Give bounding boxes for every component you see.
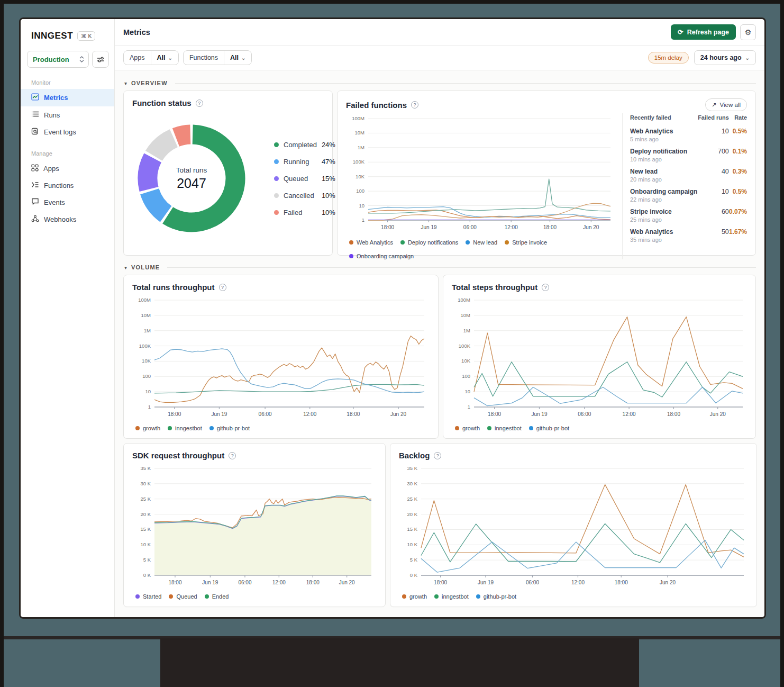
legend-item[interactable]: Ended — [205, 593, 229, 600]
legend-item[interactable]: github-pr-bot — [476, 593, 516, 600]
table-row[interactable]: Web Analytics5 mins ago100.5% — [630, 125, 747, 145]
legend-item[interactable]: growth — [402, 593, 427, 600]
legend-item[interactable]: Stripe invoice — [505, 239, 547, 246]
command-k-shortcut[interactable]: ⌘ K — [77, 31, 95, 41]
status-legend-item[interactable]: Cancelled10% — [274, 192, 335, 200]
webhook-nodes-icon — [31, 215, 39, 224]
failed-fn-name: Onboarding campaign — [630, 188, 698, 195]
failed-fn-name: Stripe invoice — [630, 208, 698, 215]
svg-text:18:00: 18:00 — [615, 580, 628, 585]
legend-item[interactable]: inngestbot — [168, 425, 202, 431]
settings-button[interactable]: ⚙ — [740, 24, 756, 40]
status-legend-item[interactable]: Queued15% — [274, 175, 335, 183]
environment-select[interactable]: Production — [27, 51, 89, 68]
sidebar-item-event-logs[interactable]: Event logs — [21, 123, 114, 141]
view-all-button[interactable]: ↗ View all — [705, 98, 747, 111]
sidebar-item-metrics[interactable]: Metrics — [21, 89, 114, 106]
filter-bar: Apps All ⌄ Functions All ⌄ 15m delay — [115, 46, 764, 70]
legend-item[interactable]: github-pr-bot — [529, 425, 569, 431]
legend-item[interactable]: New lead — [466, 239, 497, 246]
grid-icon — [31, 164, 39, 173]
status-legend-item[interactable]: Completed24% — [274, 141, 335, 149]
functions-filter-value[interactable]: All ⌄ — [224, 51, 251, 65]
legend-item[interactable]: Queued — [169, 593, 197, 600]
help-icon[interactable]: ? — [542, 284, 549, 291]
svg-text:100M: 100M — [458, 297, 470, 303]
legend-dot-icon — [274, 142, 279, 147]
legend-item[interactable]: growth — [455, 425, 480, 431]
status-legend-item[interactable]: Failed10% — [274, 209, 335, 216]
collapse-chevron-icon: ▾ — [124, 80, 127, 86]
svg-text:100: 100 — [462, 373, 470, 379]
apps-filter-value[interactable]: All ⌄ — [151, 51, 178, 65]
backlog-title: Backlog — [399, 451, 430, 460]
legend-item[interactable]: Onboarding campaign — [349, 253, 414, 259]
svg-text:20 K: 20 K — [407, 511, 417, 517]
help-icon[interactable]: ? — [411, 101, 418, 109]
section-divider — [175, 83, 756, 84]
failed-fn-runs: 50 — [698, 225, 729, 246]
status-percent: 10% — [322, 209, 335, 216]
collapse-chevron-icon: ▾ — [124, 265, 127, 270]
filter-sliders-button[interactable] — [92, 51, 109, 68]
failed-fn-runs: 40 — [698, 165, 729, 185]
legend-label: growth — [409, 593, 427, 600]
legend-dot-icon — [349, 254, 353, 258]
sidebar-item-events[interactable]: Events — [21, 194, 114, 211]
svg-text:18:00: 18:00 — [168, 580, 181, 585]
table-row[interactable]: Stripe invoice25 mins ago600.07% — [630, 205, 747, 225]
svg-text:25 K: 25 K — [407, 496, 417, 502]
table-row[interactable]: Deploy notification10 mins ago7000.1% — [630, 145, 747, 165]
col-recently-failed: Recently failed — [630, 113, 698, 125]
status-legend-item[interactable]: Running47% — [274, 158, 335, 166]
status-percent: 47% — [322, 158, 335, 166]
refresh-page-button[interactable]: ⟳ Refresh page — [671, 24, 736, 40]
legend-item[interactable]: Started — [135, 593, 161, 600]
failed-fn-runs: 700 — [698, 145, 729, 165]
sidebar: INNGEST ⌘ K Production MonitorMetricsRun… — [21, 19, 115, 617]
failed-fn-rate: 0.07% — [729, 205, 747, 225]
overview-section-header[interactable]: ▾ OVERVIEW — [123, 77, 756, 91]
content-area: ▾ OVERVIEW Function status ? Total — [115, 70, 764, 617]
volume-section-header[interactable]: ▾ VOLUME — [123, 261, 756, 275]
legend-item[interactable]: github-pr-bot — [209, 425, 250, 431]
legend-dot-icon — [400, 240, 405, 245]
sidebar-item-runs[interactable]: Runs — [21, 106, 114, 123]
table-row[interactable]: Onboarding campaign22 mins ago100.5% — [630, 185, 747, 205]
failed-fn-time: 22 mins ago — [630, 195, 698, 203]
legend-dot-icon — [274, 193, 279, 198]
svg-text:1M: 1M — [463, 328, 470, 333]
functions-filter[interactable]: Functions All ⌄ — [183, 50, 252, 65]
recently-failed-table: Recently failed Failed runs Rate Web Ana… — [630, 113, 747, 246]
failed-fn-time: 5 mins ago — [630, 135, 698, 142]
backlog-card: Backlog ? 35 K30 K25 K20 K15 K10 K5 K0 K… — [390, 443, 757, 607]
help-icon[interactable]: ? — [219, 284, 226, 291]
legend-item[interactable]: inngestbot — [434, 593, 469, 600]
legend-item[interactable]: Deploy notifications — [400, 239, 458, 246]
sidebar-item-apps[interactable]: Apps — [21, 160, 114, 177]
legend-item[interactable]: inngestbot — [487, 425, 522, 431]
legend-dot-icon — [169, 594, 173, 599]
svg-text:12:00: 12:00 — [505, 224, 518, 230]
help-icon[interactable]: ? — [229, 452, 236, 459]
legend-dot-icon — [529, 426, 533, 430]
legend-dot-icon — [487, 426, 491, 430]
time-range-select[interactable]: 24 hours ago ⌄ — [694, 50, 756, 65]
legend-dot-icon — [455, 426, 459, 430]
table-row[interactable]: New lead20 mins ago400.3% — [630, 165, 747, 185]
legend-dot-icon — [274, 159, 279, 164]
help-icon[interactable]: ? — [434, 452, 441, 459]
col-rate: Rate — [729, 113, 747, 125]
legend-item[interactable]: Web Analytics — [349, 239, 393, 246]
total-steps-chart-legend: growthinngestbotgithub-pr-bot — [452, 425, 747, 431]
sidebar-item-webhooks[interactable]: Webhooks — [21, 211, 114, 228]
chevron-updown-icon — [79, 56, 84, 62]
table-row[interactable]: Web Analytics35 mins ago501.67% — [630, 225, 747, 246]
apps-filter[interactable]: Apps All ⌄ — [123, 50, 179, 65]
legend-item[interactable]: growth — [135, 425, 160, 431]
help-icon[interactable]: ? — [196, 100, 203, 107]
sidebar-item-functions[interactable]: Functions — [21, 177, 114, 194]
donut-center-label: Total runs — [176, 166, 207, 174]
refresh-page-label: Refresh page — [687, 29, 729, 36]
svg-text:06:00: 06:00 — [526, 580, 539, 585]
